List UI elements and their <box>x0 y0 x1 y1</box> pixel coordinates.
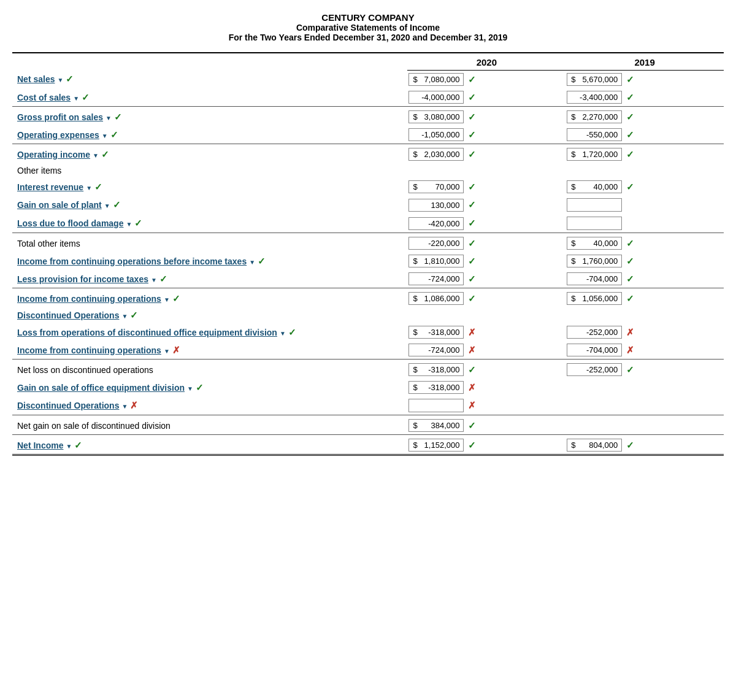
row-label-link[interactable]: Gain on sale of plant <box>17 200 102 210</box>
value-input[interactable]: -704,000 <box>567 344 622 356</box>
value-input[interactable]: $1,152,000 <box>408 439 464 452</box>
label-cell: Loss from operations of discontinued off… <box>12 323 407 341</box>
value-input[interactable]: $1,720,000 <box>567 148 622 161</box>
dropdown-arrow-icon[interactable]: ▼ <box>86 185 92 191</box>
label-cell: Discontinued Operations▼✓ <box>12 307 407 323</box>
value-input[interactable]: $1,056,000 <box>567 292 622 305</box>
value-input[interactable]: -724,000 <box>408 272 464 285</box>
value-input[interactable]: $-318,000 <box>408 326 464 339</box>
value-input[interactable]: 130,000 <box>408 199 464 212</box>
row-label-link[interactable]: Net sales <box>17 74 55 84</box>
income-cont-ops-row: Income from continuing operations▼✓$1,08… <box>12 288 724 308</box>
row-label-link[interactable]: Income from continuing operations before… <box>17 256 247 266</box>
row-label-link[interactable]: Cost of sales <box>17 93 71 102</box>
value-input[interactable]: $3,080,000 <box>408 110 464 123</box>
net-income-row: Net Income▼✓$1,152,000✓$804,000✓ <box>12 435 724 455</box>
dropdown-arrow-icon[interactable]: ▼ <box>102 133 108 139</box>
check-icon: ✓ <box>134 218 142 228</box>
dropdown-arrow-icon[interactable]: ▼ <box>73 95 79 102</box>
check-icon: ✓ <box>114 112 122 122</box>
value-input[interactable]: $40,000 <box>567 237 622 250</box>
table-row: Cost of sales▼✓-4,000,000✓-3,400,000✓ <box>12 88 724 107</box>
value-input[interactable]: -704,000 <box>567 272 622 285</box>
amount-value: 130,000 <box>413 201 459 210</box>
value-input[interactable]: -420,000 <box>408 217 464 230</box>
value-input[interactable]: $2,270,000 <box>567 110 622 123</box>
row-label-link[interactable]: Discontinued Operations <box>17 401 119 410</box>
value-input[interactable]: $2,030,000 <box>408 148 464 161</box>
check-icon: ✓ <box>626 182 634 193</box>
dollar-sign: $ <box>413 75 417 84</box>
row-label-link[interactable]: Loss from operations of discontinued off… <box>17 328 277 337</box>
value-input[interactable]: $1,810,000 <box>408 255 464 267</box>
value-input[interactable]: -724,000 <box>408 344 464 356</box>
check-icon: ✓ <box>626 364 634 375</box>
table-row: Gain on sale of plant▼✓130,000✓ <box>12 196 724 214</box>
amount-value: 1,056,000 <box>577 294 618 303</box>
empty-value-box[interactable] <box>567 217 622 230</box>
dropdown-arrow-icon[interactable]: ▼ <box>280 330 286 337</box>
value-input[interactable]: -252,000 <box>567 363 622 376</box>
value-input[interactable]: -252,000 <box>567 326 622 339</box>
dropdown-arrow-icon[interactable]: ▼ <box>151 277 157 283</box>
value-input[interactable]: $804,000 <box>567 439 622 452</box>
value-input[interactable]: $-318,000 <box>408 381 464 394</box>
dropdown-arrow-icon[interactable]: ▼ <box>93 152 99 159</box>
value-input[interactable]: $40,000 <box>567 180 622 193</box>
dropdown-arrow-icon[interactable]: ▼ <box>121 313 128 320</box>
dropdown-arrow-icon[interactable]: ▼ <box>57 77 63 83</box>
dropdown-arrow-icon[interactable]: ▼ <box>104 202 110 209</box>
label-cell: Discontinued Operations▼✗ <box>12 396 407 415</box>
table-row: Gross profit on sales▼✓$3,080,000✓$2,270… <box>12 107 724 126</box>
value-input[interactable]: $-318,000 <box>408 363 464 376</box>
value-input[interactable]: -1,050,000 <box>408 128 464 141</box>
amount-value: 804,000 <box>577 440 618 450</box>
value-input[interactable]: $384,000 <box>408 419 464 432</box>
value-input[interactable]: $70,000 <box>408 180 464 193</box>
value-input[interactable]: -3,400,000 <box>567 91 622 104</box>
value-input[interactable]: $5,670,000 <box>567 73 622 86</box>
label-cell: Gross profit on sales▼✓ <box>12 107 407 126</box>
row-label-link[interactable]: Interest revenue <box>17 182 83 192</box>
row-label-link[interactable]: Income from continuing operations <box>17 345 161 355</box>
empty-value-box[interactable] <box>408 399 464 412</box>
amount-value: 2,270,000 <box>577 112 618 121</box>
income-statement-table: 2020 2019 Net sales▼✓$7,080,000✓$5,670,0… <box>12 52 724 456</box>
dollar-sign: $ <box>571 182 575 191</box>
check-icon: ✓ <box>468 218 476 229</box>
row-label-link[interactable]: Discontinued Operations <box>17 310 119 320</box>
row-label-link[interactable]: Loss due to flood damage <box>17 218 123 228</box>
label-cell: Operating income▼✓ <box>12 144 407 164</box>
row-label-link[interactable]: Operating income <box>17 150 90 160</box>
value-input[interactable]: $1,760,000 <box>567 255 622 267</box>
dropdown-arrow-icon[interactable]: ▼ <box>66 443 72 450</box>
dropdown-arrow-icon[interactable]: ▼ <box>126 221 132 228</box>
empty-value-box[interactable] <box>567 198 622 212</box>
label-cell: Income from continuing operations▼✓ <box>12 288 407 308</box>
value-input[interactable]: -4,000,000 <box>408 91 464 104</box>
label-cell: Net sales▼✓ <box>12 71 407 89</box>
check-icon: ✓ <box>468 112 476 123</box>
value-input[interactable]: $1,086,000 <box>408 292 464 305</box>
value-input[interactable]: $7,080,000 <box>408 73 464 86</box>
gain-sale-office-row: Gain on sale of office equipment divisio… <box>12 379 724 396</box>
net-gain-disc-label: Net gain on sale of discontinued divisio… <box>12 415 407 435</box>
row-label-link[interactable]: Net Income <box>17 440 63 450</box>
row-label-link[interactable]: Operating expenses <box>17 130 99 140</box>
amount-value: 3,080,000 <box>419 112 460 121</box>
row-label-link[interactable]: Gross profit on sales <box>17 112 103 122</box>
dollar-sign: $ <box>413 112 417 121</box>
row-label-link[interactable]: Gain on sale of office equipment divisio… <box>17 383 185 393</box>
dropdown-arrow-icon[interactable]: ▼ <box>121 403 128 410</box>
amount-value: 2,030,000 <box>419 150 460 159</box>
dropdown-arrow-icon[interactable]: ▼ <box>249 259 255 266</box>
dollar-sign: $ <box>571 112 575 121</box>
dropdown-arrow-icon[interactable]: ▼ <box>105 115 112 121</box>
dropdown-arrow-icon[interactable]: ▼ <box>164 296 170 303</box>
dropdown-arrow-icon[interactable]: ▼ <box>164 348 170 355</box>
value-input[interactable]: -220,000 <box>408 237 464 250</box>
row-label-link[interactable]: Less provision for income taxes <box>17 274 148 284</box>
row-label-link[interactable]: Income from continuing operations <box>17 294 161 304</box>
value-input[interactable]: -550,000 <box>567 128 622 141</box>
dropdown-arrow-icon[interactable]: ▼ <box>187 385 193 392</box>
